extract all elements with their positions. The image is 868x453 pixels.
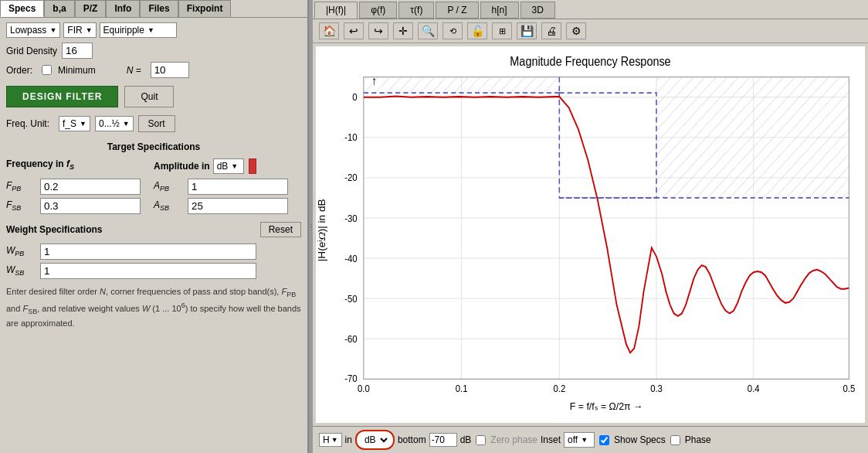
show-specs-checkbox[interactable] [599, 435, 609, 445]
tab-pz[interactable]: P / Z [436, 2, 478, 19]
reset-button[interactable]: Reset [260, 222, 301, 237]
order-row: Order: Minimum N = [6, 62, 301, 78]
filter-design-select[interactable]: Equiripple ▼ [100, 22, 177, 38]
undo-button[interactable]: ↩ [344, 22, 364, 39]
svg-text:F = f/fₛ = Ω/2π →: F = f/fₛ = Ω/2π → [570, 400, 643, 412]
svg-text:0.3: 0.3 [650, 383, 663, 395]
redo-button[interactable]: ↪ [368, 22, 388, 39]
magnitude-chart: Magnitude Frequency Response [316, 46, 865, 423]
asb-input[interactable] [188, 198, 288, 214]
grid-density-label: Grid Density [6, 46, 57, 56]
freq-unit-row: Freq. Unit: f_S ▼ 0...½ ▼ Sort [6, 115, 301, 132]
show-specs-label: Show Specs [614, 434, 666, 445]
design-filter-button[interactable]: DESIGN FILTER [6, 86, 118, 107]
btn-row: DESIGN FILTER Quit [6, 86, 301, 107]
svg-text:0.5: 0.5 [843, 383, 856, 395]
inset-label: Inset [541, 434, 561, 445]
freq-unit-select[interactable]: f_S ▼ [59, 116, 90, 131]
tab-files[interactable]: Files [140, 0, 178, 17]
tab-phi[interactable]: φ(f) [359, 2, 397, 19]
zero-phase-checkbox[interactable] [476, 435, 486, 445]
fsb-label: FSB [6, 199, 36, 212]
tab-hf[interactable]: |H(f)| [314, 2, 358, 19]
tab-tau[interactable]: τ(f) [398, 2, 434, 19]
filter-type-row: Lowpass ▼ FIR ▼ Equiripple ▼ [6, 22, 301, 38]
bottom-bar: H ▼ in dB V W bottom dB Zero phase Inset… [313, 426, 868, 453]
lock-button[interactable]: 🔓 [467, 22, 487, 39]
fpb-input[interactable] [40, 179, 141, 195]
svg-text:|H(eⁱ𝛺)| in dB: |H(eⁱ𝛺)| in dB [317, 199, 327, 261]
svg-text:-10: -10 [344, 132, 358, 144]
weight-specs-title: Weight Specifications [6, 224, 102, 235]
bottom-value-input[interactable] [429, 433, 457, 447]
fpb-row: FPB APB [6, 179, 301, 195]
filter-impl-select[interactable]: FIR ▼ [63, 22, 96, 38]
grid-density-input[interactable] [62, 43, 93, 59]
zero-phase-label: Zero phase [490, 434, 537, 445]
fsb-input[interactable] [40, 198, 141, 214]
phase-checkbox[interactable] [670, 435, 680, 445]
h-selector[interactable]: H ▼ [319, 433, 342, 447]
asb-label: ASB [154, 199, 183, 212]
phase-label: Phase [685, 434, 711, 445]
grid-button[interactable]: ⊞ [492, 22, 512, 39]
h-label: H [323, 434, 330, 445]
svg-text:0.0: 0.0 [358, 383, 370, 395]
svg-text:0.2: 0.2 [553, 383, 565, 395]
amplitude-color-indicator [249, 158, 256, 174]
tab-fixpoint[interactable]: Fixpoint [178, 0, 232, 17]
help-text: Enter desired filter order N, corner fre… [6, 285, 301, 330]
order-label: Order: [6, 65, 32, 76]
tab-pz[interactable]: P/Z [75, 0, 107, 17]
tab-specs[interactable]: Specs [0, 0, 44, 17]
settings-button[interactable]: ⚙ [566, 22, 586, 39]
filter-type-select[interactable]: Lowpass ▼ [6, 22, 60, 38]
wpb-input[interactable] [40, 244, 256, 260]
bottom-label: bottom [398, 434, 426, 445]
quit-button[interactable]: Quit [124, 86, 174, 107]
amplitude-unit-select[interactable]: dB ▼ [213, 158, 244, 174]
home-button[interactable]: 🏠 [319, 22, 339, 39]
tab-info[interactable]: Info [106, 0, 140, 17]
wpb-label: WPB [6, 245, 36, 257]
tab-3d[interactable]: 3D [520, 2, 555, 19]
tab-hn[interactable]: h[n] [480, 2, 519, 19]
minimum-label: Minimum [58, 65, 96, 76]
plot-tab-bar: |H(f)| φ(f) τ(f) P / Z h[n] 3D [313, 0, 868, 19]
freq-unit-label: Freq. Unit: [6, 118, 49, 129]
freq-range-select[interactable]: 0...½ ▼ [95, 116, 134, 131]
svg-text:0.1: 0.1 [456, 383, 468, 395]
apb-label: APB [154, 180, 183, 192]
svg-rect-19 [656, 77, 849, 198]
zoom-button[interactable]: 🔍 [418, 22, 438, 39]
sort-button[interactable]: Sort [138, 115, 175, 132]
amplitude-col-header: Amplitude in [154, 161, 210, 172]
svg-text:-50: -50 [344, 293, 358, 305]
svg-rect-18 [364, 77, 559, 93]
wsb-row: WSB [6, 263, 301, 279]
apb-input[interactable] [188, 179, 288, 195]
fpb-label: FPB [6, 180, 36, 192]
zoom-reset-button[interactable]: ⟲ [442, 22, 463, 39]
print-button[interactable]: 🖨 [541, 22, 561, 39]
n-input[interactable] [151, 62, 189, 78]
db-select[interactable]: dB V W [360, 433, 390, 447]
minimum-checkbox[interactable] [42, 65, 52, 75]
h-arrow: ▼ [331, 436, 338, 444]
wpb-row: WPB [6, 244, 301, 260]
svg-text:0: 0 [352, 92, 358, 104]
save-button[interactable]: 💾 [517, 22, 537, 39]
n-label: N = [127, 65, 141, 76]
db-selector-wrapper[interactable]: dB V W [355, 430, 395, 450]
svg-text:-60: -60 [344, 333, 358, 345]
grid-density-row: Grid Density [6, 43, 301, 59]
wsb-input[interactable] [40, 263, 256, 279]
target-specs-title: Target Specifications [6, 141, 301, 152]
inset-select[interactable]: off ▼ [564, 432, 595, 448]
pan-button[interactable]: ✛ [393, 22, 413, 39]
tab-ba[interactable]: b,a [44, 0, 74, 17]
wsb-label: WSB [6, 264, 36, 277]
in-label: in [345, 434, 352, 445]
chart-area: Magnitude Frequency Response [316, 46, 865, 423]
specs-headers: Frequency in fS Amplitude in dB ▼ [6, 158, 301, 174]
